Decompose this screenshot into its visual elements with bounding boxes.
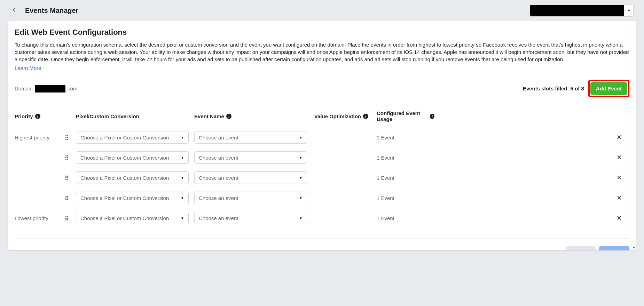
pixel-dropdown[interactable]: Choose a Pixel or Custom Conversion▼	[76, 131, 189, 144]
chevron-down-icon: ▼	[181, 196, 184, 200]
info-icon[interactable]: i	[430, 114, 434, 119]
table-row: Lowest priorityChoose a Pixel or Custom …	[15, 208, 629, 228]
account-selector[interactable]: ▼	[529, 4, 634, 17]
col-pixel-label: Pixel/Custom Conversion	[76, 113, 139, 119]
col-usage-label: Configured Event Usage	[377, 110, 428, 122]
domain-row: Domain: .com Events slots filled: 5 of 8…	[15, 80, 629, 97]
domain-suffix: .com	[66, 86, 78, 91]
table-row: Choose a Pixel or Custom Conversion▼Choo…	[15, 188, 629, 208]
table-row: Choose a Pixel or Custom Conversion▼Choo…	[15, 147, 629, 168]
col-priority: Priority i	[15, 113, 63, 119]
event-dropdown-placeholder: Choose an event	[199, 195, 238, 201]
pixel-dropdown[interactable]: Choose a Pixel or Custom Conversion▼	[76, 151, 189, 164]
event-dropdown[interactable]: Choose an event▼	[194, 151, 307, 164]
rows-container: Highest priorityChoose a Pixel or Custom…	[15, 127, 629, 228]
event-dropdown[interactable]: Choose an event▼	[194, 171, 307, 184]
remove-row-button[interactable]: ✕	[608, 194, 629, 202]
event-dropdown[interactable]: Choose an event▼	[194, 131, 307, 144]
drag-handle-icon[interactable]	[63, 135, 76, 140]
col-value-opt-label: Value Optimization	[314, 113, 361, 119]
row-priority-label: Lowest priority	[15, 215, 63, 221]
close-icon: ✕	[616, 194, 622, 202]
info-icon[interactable]: i	[363, 114, 368, 119]
pixel-dropdown-placeholder: Choose a Pixel or Custom Conversion	[80, 215, 169, 221]
drag-handle-icon[interactable]	[63, 155, 76, 160]
footer-buttons: Cancel Submit	[566, 246, 629, 250]
add-event-button[interactable]: Add Event	[590, 82, 627, 95]
close-icon: ✕	[616, 174, 622, 182]
learn-more-link[interactable]: Learn More	[15, 65, 41, 71]
col-event: Event Name i	[194, 113, 313, 119]
chevron-down-icon: ▼	[299, 176, 303, 180]
footer-actions: Give Feedback Cancel Submit	[15, 239, 629, 250]
table-row: Highest priorityChoose a Pixel or Custom…	[15, 127, 629, 147]
pixel-dropdown[interactable]: Choose a Pixel or Custom Conversion▼	[76, 171, 189, 184]
pixel-dropdown-placeholder: Choose a Pixel or Custom Conversion	[80, 195, 169, 201]
chevron-down-icon: ▼	[181, 216, 184, 220]
page-title: Edit Web Event Configurations	[15, 28, 629, 37]
topbar-left: Events Manager	[10, 6, 78, 15]
col-priority-label: Priority	[15, 113, 33, 119]
back-icon[interactable]	[10, 6, 17, 15]
row-usage: 1 Event	[368, 195, 608, 201]
domain-right: Events slots filled: 5 of 8 Add Event	[523, 80, 629, 97]
chevron-down-icon: ▼	[299, 156, 303, 160]
close-icon: ✕	[616, 214, 622, 222]
info-icon[interactable]: i	[226, 114, 231, 119]
chevron-down-icon: ▼	[299, 196, 303, 200]
chevron-down-icon: ▼	[299, 136, 303, 139]
event-dropdown-placeholder: Choose an event	[199, 135, 238, 140]
pixel-dropdown[interactable]: Choose a Pixel or Custom Conversion▼	[76, 212, 189, 224]
slots-filled-text: Events slots filled: 5 of 8	[523, 86, 584, 91]
row-priority-label: Highest priority	[15, 135, 63, 140]
account-redacted	[530, 5, 624, 16]
col-usage: Configured Event Usage i	[368, 110, 434, 122]
remove-row-button[interactable]: ✕	[608, 174, 629, 182]
row-usage: 1 Event	[368, 215, 608, 221]
remove-row-button[interactable]: ✕	[608, 154, 629, 161]
drag-handle-icon[interactable]	[63, 196, 76, 200]
event-dropdown-placeholder: Choose an event	[199, 215, 238, 221]
event-dropdown-placeholder: Choose an event	[199, 175, 238, 181]
pixel-dropdown[interactable]: Choose a Pixel or Custom Conversion▼	[76, 192, 189, 204]
chevron-down-icon[interactable]: ▼	[625, 5, 633, 16]
event-dropdown-placeholder: Choose an event	[199, 155, 238, 161]
pixel-dropdown-placeholder: Choose a Pixel or Custom Conversion	[80, 135, 169, 140]
chevron-down-icon: ▼	[181, 136, 184, 139]
chevron-down-icon: ▼	[181, 176, 184, 180]
row-usage: 1 Event	[368, 155, 608, 161]
close-icon: ✕	[616, 154, 622, 161]
col-event-label: Event Name	[194, 113, 224, 119]
domain-label: Domain:	[15, 86, 34, 91]
panel-scroll[interactable]: Edit Web Event Configurations To change …	[8, 21, 636, 250]
table-row: Choose a Pixel or Custom Conversion▼Choo…	[15, 168, 629, 188]
drag-handle-icon[interactable]	[63, 216, 76, 220]
event-dropdown[interactable]: Choose an event▼	[194, 192, 307, 204]
cancel-button[interactable]: Cancel	[566, 246, 596, 250]
chevron-down-icon: ▼	[299, 216, 303, 220]
page-description: To change this domain's configuration sc…	[15, 41, 629, 63]
topbar-title: Events Manager	[25, 7, 78, 15]
remove-row-button[interactable]: ✕	[608, 134, 629, 141]
main-panel: Edit Web Event Configurations To change …	[8, 21, 636, 250]
table-header: Priority i Pixel/Custom Conversion Event…	[15, 110, 629, 127]
row-usage: 1 Event	[368, 135, 608, 140]
drag-handle-icon[interactable]	[63, 176, 76, 180]
domain-redacted	[35, 85, 65, 92]
col-pixel: Pixel/Custom Conversion	[76, 113, 194, 119]
topbar: Events Manager ▼	[0, 0, 644, 21]
pixel-dropdown-placeholder: Choose a Pixel or Custom Conversion	[80, 155, 169, 161]
event-dropdown[interactable]: Choose an event▼	[194, 212, 307, 224]
chevron-down-icon: ▼	[181, 156, 184, 160]
add-event-highlight: Add Event	[588, 80, 629, 97]
row-usage: 1 Event	[368, 175, 608, 181]
close-icon: ✕	[616, 134, 622, 141]
info-icon[interactable]: i	[35, 114, 40, 119]
domain-label-group: Domain: .com	[15, 85, 77, 92]
remove-row-button[interactable]: ✕	[608, 214, 629, 222]
scroll-down-icon[interactable]: ▼	[632, 246, 636, 250]
submit-button[interactable]: Submit	[599, 246, 629, 250]
col-value-opt: Value Optimization i	[313, 113, 368, 119]
pixel-dropdown-placeholder: Choose a Pixel or Custom Conversion	[80, 175, 169, 181]
